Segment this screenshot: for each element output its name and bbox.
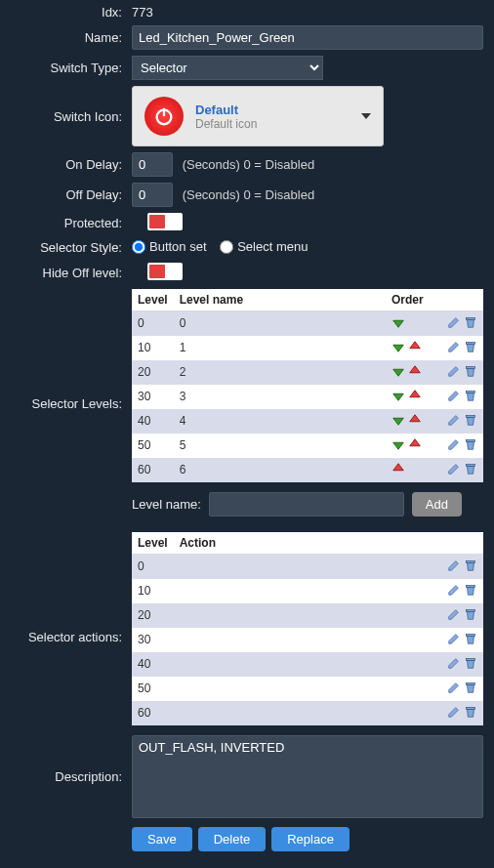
protected-label: Protected: [5,216,132,230]
on-delay-input[interactable] [132,152,173,177]
description-textarea[interactable]: OUT_FLASH, INVERTED [132,735,483,818]
move-down-icon[interactable] [391,318,405,332]
icon-title: Default [195,103,257,117]
action-cell [174,579,440,603]
edit-icon[interactable] [447,586,461,599]
action-cell [174,677,440,701]
trash-icon[interactable] [464,635,477,648]
selector-levels-label: Selector Levels: [5,289,132,411]
edit-icon[interactable] [447,392,461,405]
svg-marker-19 [393,463,404,470]
trash-icon[interactable] [464,318,477,332]
edit-icon[interactable] [447,318,461,332]
trash-icon[interactable] [464,367,477,381]
move-down-icon[interactable] [391,416,405,430]
svg-marker-13 [393,418,404,425]
level-name-cell: 5 [174,434,386,458]
edit-icon[interactable] [447,343,461,356]
edit-icon[interactable] [447,635,461,648]
level-cell: 60 [132,701,174,725]
move-up-icon[interactable] [408,367,422,381]
save-button[interactable]: Save [132,827,192,851]
move-up-icon[interactable] [408,343,422,356]
svg-marker-10 [393,393,404,400]
idx-value: 773 [132,5,489,20]
radio-select-menu-label: Select menu [237,239,308,254]
trash-icon[interactable] [464,708,477,722]
level-cell: 30 [132,385,174,409]
move-up-icon[interactable] [408,392,422,405]
edit-icon[interactable] [447,561,461,575]
move-down-icon[interactable] [391,343,405,356]
icon-selector[interactable]: Default Default icon [132,86,384,146]
delete-button[interactable]: Delete [198,827,267,851]
move-down-icon[interactable] [391,392,405,405]
switch-type-select[interactable]: Selector [132,56,323,80]
name-input[interactable] [132,25,483,50]
hide-off-label: Hide Off level: [5,266,132,280]
icon-subtitle: Default icon [195,117,257,131]
svg-rect-23 [467,609,475,611]
table-row: 00 [132,310,483,336]
edit-icon[interactable] [447,708,461,722]
svg-marker-14 [410,414,421,421]
table-row: 505 [132,434,483,458]
edit-icon[interactable] [447,416,461,430]
edit-icon[interactable] [447,659,461,673]
move-up-icon[interactable] [391,465,405,478]
off-delay-input[interactable] [132,183,173,207]
table-row: 404 [132,409,483,434]
trash-icon[interactable] [464,659,477,673]
svg-rect-12 [467,391,475,393]
add-button[interactable]: Add [412,492,462,517]
trash-icon[interactable] [464,416,477,430]
edit-icon[interactable] [447,683,461,697]
svg-marker-5 [410,341,421,348]
svg-marker-4 [393,345,404,351]
edit-icon[interactable] [447,465,461,478]
svg-marker-11 [410,390,421,396]
protected-toggle[interactable] [147,213,183,230]
edit-icon[interactable] [447,610,461,624]
replace-button[interactable]: Replace [271,827,350,851]
trash-icon[interactable] [464,392,477,405]
trash-icon[interactable] [464,465,477,478]
move-down-icon[interactable] [391,440,405,454]
move-down-icon[interactable] [391,367,405,381]
trash-icon[interactable] [464,561,477,575]
description-label: Description: [5,735,132,784]
move-up-icon[interactable] [408,440,422,454]
trash-icon[interactable] [464,586,477,599]
level-cell: 40 [132,409,174,434]
actions-th-level: Level [132,532,174,555]
trash-icon[interactable] [464,440,477,454]
move-up-icon[interactable] [408,416,422,430]
level-cell: 0 [132,554,174,579]
svg-marker-8 [410,365,421,372]
svg-rect-18 [467,439,475,441]
svg-rect-22 [467,585,475,587]
level-name-cell: 1 [174,336,386,360]
radio-button-set[interactable] [132,240,145,254]
svg-rect-3 [467,317,475,319]
trash-icon[interactable] [464,610,477,624]
level-cell: 10 [132,579,174,603]
level-name-cell: 6 [174,458,386,482]
svg-rect-6 [467,342,475,344]
hide-off-toggle[interactable] [147,263,183,280]
edit-icon[interactable] [447,367,461,381]
table-row: 0 [132,554,483,579]
level-name-input[interactable] [209,492,404,517]
table-row: 30 [132,628,483,652]
power-icon [144,97,184,136]
trash-icon[interactable] [464,343,477,356]
trash-icon[interactable] [464,683,477,697]
action-cell [174,701,440,725]
radio-select-menu[interactable] [220,240,233,254]
level-cell: 20 [132,603,174,628]
level-cell: 50 [132,434,174,458]
edit-icon[interactable] [447,440,461,454]
off-delay-label: Off Delay: [5,187,132,202]
level-name-cell: 0 [174,310,386,336]
level-cell: 10 [132,336,174,360]
